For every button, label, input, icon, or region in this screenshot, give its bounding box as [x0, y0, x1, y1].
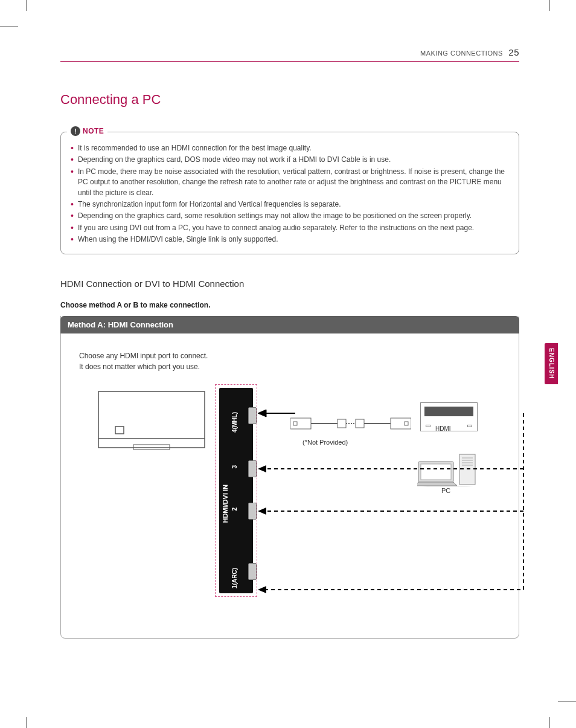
svg-rect-2: [133, 445, 170, 449]
crop-mark: [0, 27, 18, 27]
crop-mark: [27, 0, 27, 11]
instruction-text: Choose method A or B to make connection.: [60, 301, 519, 309]
svg-rect-0: [98, 391, 205, 439]
svg-marker-23: [258, 507, 266, 515]
method-line1: Choose any HDMI input port to connect.: [79, 352, 208, 360]
tv-icon: [97, 390, 206, 451]
dashed-routing-lines: [258, 408, 530, 596]
info-icon: !: [71, 126, 80, 136]
note-item: If you are using DVI out from a PC, you …: [69, 223, 510, 233]
hdmi-port-1: [248, 563, 257, 580]
port-main-label: HDMI/DVI IN: [222, 485, 229, 523]
page-title: Connecting a PC: [60, 92, 519, 108]
connection-diagram: HDMI/DVI IN 4(MHL) 3 2 1(ARC): [79, 384, 502, 608]
hdmi-port-2: [248, 503, 257, 520]
method-box: Method A: HDMI Connection Choose any HDM…: [60, 316, 519, 639]
note-item: It is recommended to use an HDMI connect…: [69, 143, 510, 153]
port-2-label: 2: [231, 507, 238, 511]
note-item: When using the HDMI/DVI cable, Single li…: [69, 234, 510, 245]
running-header: MAKING CONNECTIONS 25: [60, 47, 519, 62]
method-header: Method A: HDMI Connection: [60, 316, 519, 333]
svg-marker-22: [258, 465, 266, 472]
port-4-label: 4(MHL): [231, 412, 238, 433]
note-item: Depending on the graphics card, DOS mode…: [69, 155, 510, 165]
note-box: ! NOTE It is recommended to use an HDMI …: [60, 132, 519, 254]
page-number: 25: [508, 47, 519, 57]
svg-rect-1: [115, 427, 124, 434]
port-1-label: 1(ARC): [231, 568, 238, 588]
crop-mark: [549, 717, 549, 728]
hdmi-port-strip: HDMI/DVI IN 4(MHL) 3 2 1(ARC): [219, 388, 253, 593]
crop-mark: [558, 701, 576, 701]
method-text: Choose any HDMI input port to connect. I…: [79, 350, 501, 372]
method-body: Choose any HDMI input port to connect. I…: [61, 333, 519, 620]
note-item: In PC mode, there may be noise associate…: [69, 167, 510, 198]
port-3-label: 3: [231, 465, 238, 469]
note-label: NOTE: [83, 127, 104, 135]
method-line2: It does not matter which port you use.: [79, 362, 200, 371]
note-tab: ! NOTE: [67, 126, 107, 136]
note-item: The synchronization input form for Horiz…: [69, 199, 510, 210]
hdmi-port-4: [248, 407, 257, 424]
hdmi-port-3: [248, 460, 257, 477]
section-name: MAKING CONNECTIONS: [420, 50, 503, 57]
language-tab: ENGLISH: [545, 343, 558, 384]
crop-mark: [27, 717, 27, 728]
crop-mark: [549, 0, 549, 11]
page-content: MAKING CONNECTIONS 25 Connecting a PC ! …: [60, 47, 519, 639]
note-item: Depending on the graphics card, some res…: [69, 211, 510, 221]
subsection-title: HDMI Connection or DVI to HDMI Connectio…: [60, 279, 519, 289]
svg-marker-24: [258, 586, 266, 593]
note-list: It is recommended to use an HDMI connect…: [69, 143, 510, 245]
